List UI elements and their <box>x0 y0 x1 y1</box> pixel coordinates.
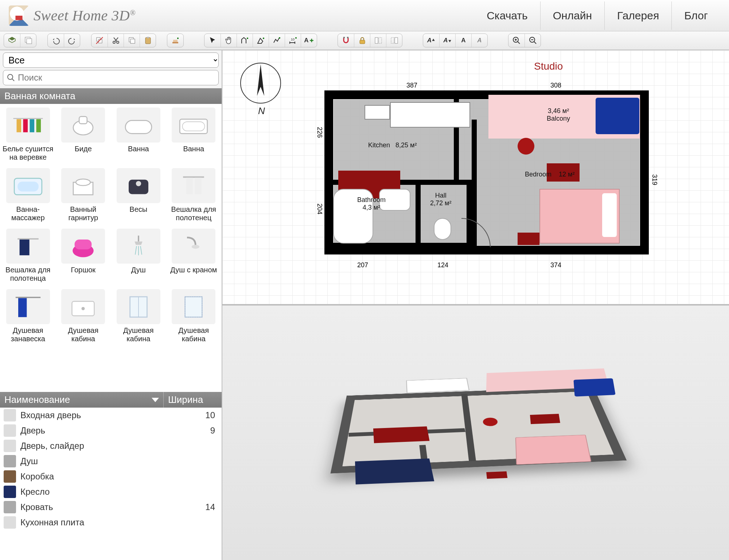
render-3d-view[interactable] <box>222 306 729 560</box>
furniture-header-name[interactable]: Наименование <box>0 392 163 408</box>
tool-text-bold[interactable]: A <box>455 34 471 47</box>
tool-paste[interactable] <box>140 34 156 47</box>
plan-view[interactable]: N Studio 387 308 226 204 319 207 124 374 <box>222 50 729 306</box>
tool-cut[interactable] <box>108 34 124 47</box>
catalog-item[interactable]: Весы <box>112 168 165 222</box>
catalog-item[interactable]: Вешалка для полотенец <box>167 168 221 222</box>
catalog-grid[interactable]: Белье сушится на веревкеБидеВаннаВаннаВа… <box>0 104 222 392</box>
furniture-row-name: Дверь, слайдер <box>20 441 192 451</box>
jacuzzi-icon <box>6 168 50 203</box>
catalog-item-label: Белье сушится на веревке <box>1 145 55 162</box>
potty-icon <box>61 229 105 264</box>
svg-rect-14 <box>360 40 365 44</box>
furniture-row[interactable]: Входная дверь10 <box>0 408 222 423</box>
catalog-section-title: Ванная комната <box>0 88 222 104</box>
nav-download[interactable]: Скачать <box>474 1 540 30</box>
catalog-item[interactable]: Душевая кабина <box>112 289 165 343</box>
tool-text-increase[interactable]: A <box>423 34 439 47</box>
rug-hall <box>518 233 539 245</box>
furniture-header-width[interactable]: Ширина <box>163 392 222 408</box>
tool-create-polyline[interactable] <box>269 34 285 47</box>
catalog-item[interactable]: Вешалка для полотенца <box>1 229 55 283</box>
tool-mode-3d[interactable] <box>20 34 36 47</box>
svg-point-53 <box>82 307 85 310</box>
svg-rect-24 <box>23 119 28 132</box>
furniture-row[interactable]: Кровать14 <box>0 499 222 515</box>
tool-create-room[interactable] <box>253 34 269 47</box>
bathtub2-icon <box>172 108 215 143</box>
tool-copy[interactable] <box>124 34 140 47</box>
shower1-icon <box>117 229 160 264</box>
svg-line-48 <box>140 246 142 254</box>
svg-line-46 <box>135 246 137 254</box>
clothesline-icon <box>6 108 50 143</box>
furniture-row[interactable]: Душ <box>0 454 222 469</box>
svg-rect-13 <box>347 37 348 38</box>
furniture-row[interactable]: Коробка <box>0 469 222 484</box>
plan-title: Studio <box>534 61 563 72</box>
furniture-row[interactable]: Дверь, слайдер <box>0 438 222 454</box>
catalog-item[interactable]: Ванный гарнитур <box>57 168 110 222</box>
tool-select[interactable] <box>204 34 221 47</box>
category-select-wrap: Все <box>3 52 219 68</box>
catalog-item[interactable]: Ванна <box>112 108 165 162</box>
catalog-item-label: Душевая кабина <box>167 326 221 343</box>
sort-desc-icon <box>152 398 159 402</box>
catalog-item[interactable]: Душ с краном <box>167 229 221 283</box>
towel-rack-icon <box>172 168 215 203</box>
svg-rect-9 <box>145 38 151 44</box>
furniture-row[interactable]: Кухонная плита <box>0 515 222 530</box>
catalog-item[interactable]: Душевая кабина <box>167 289 221 343</box>
tool-pan[interactable] <box>221 34 237 47</box>
tool-create-dimension[interactable]: 10 <box>285 34 301 47</box>
furniture-row[interactable]: Кресло <box>0 484 222 499</box>
category-select[interactable]: Все <box>3 52 219 68</box>
tool-add-furniture[interactable] <box>167 34 183 47</box>
svg-point-37 <box>136 181 141 186</box>
iso-model <box>312 338 640 528</box>
tool-undo[interactable] <box>48 34 64 47</box>
catalog-item[interactable]: Душ <box>112 229 165 283</box>
nav-online[interactable]: Онлайн <box>540 1 604 30</box>
tool-create-walls[interactable] <box>237 34 253 47</box>
svg-rect-15 <box>375 38 378 43</box>
nav-blog[interactable]: Блог <box>671 1 720 30</box>
tool-align-left[interactable] <box>370 34 386 47</box>
tool-align-right[interactable] <box>386 34 402 47</box>
shower-tray-icon <box>61 289 105 324</box>
tool-zoom-in[interactable] <box>508 34 525 47</box>
catalog-item-label: Ванный гарнитур <box>57 205 110 222</box>
tool-create-text[interactable]: A <box>301 34 317 47</box>
catalog-item[interactable]: Душевая кабина <box>57 289 110 343</box>
furniture-row-name: Кровать <box>20 502 192 512</box>
catalog-item[interactable]: Душевая занавеска <box>1 289 55 343</box>
vanity-icon <box>61 168 105 203</box>
search-input[interactable] <box>3 70 219 85</box>
catalog-item[interactable]: Ванна-массажер <box>1 168 55 222</box>
catalog-item[interactable]: Белье сушится на веревке <box>1 108 55 162</box>
catalog-item-label: Биде <box>57 145 110 161</box>
furniture-row[interactable]: Дверь9 <box>0 423 222 438</box>
catalog-item[interactable]: Горшок <box>57 229 110 283</box>
svg-rect-29 <box>125 120 152 133</box>
furniture-list[interactable]: Входная дверь10Дверь9Дверь, слайдерДушКо… <box>0 408 222 560</box>
tool-mode-2d[interactable] <box>4 34 20 47</box>
tool-text-decrease[interactable]: A <box>439 34 455 47</box>
catalog-item-label: Вешалка для полотенца <box>1 266 55 283</box>
tool-snap-magnet[interactable] <box>338 34 354 47</box>
tool-redo[interactable] <box>64 34 80 47</box>
label-balcony: 3,46 м²Balcony <box>547 107 570 122</box>
tool-text-italic[interactable]: A <box>471 34 487 47</box>
sidebar: Все Ванная комната Белье сушится на вере… <box>0 50 222 560</box>
furniture-row-icon <box>4 516 16 529</box>
tool-zoom-out[interactable] <box>525 34 541 47</box>
catalog-item[interactable]: Биде <box>57 108 110 162</box>
tool-delete[interactable] <box>91 34 108 47</box>
towel-rail-icon <box>6 229 50 264</box>
toilet <box>434 218 451 240</box>
catalog-item[interactable]: Ванна <box>167 108 221 162</box>
nav-gallery[interactable]: Галерея <box>604 1 671 30</box>
scale-icon <box>117 168 160 203</box>
kitchen-counter <box>390 102 470 128</box>
tool-lock[interactable] <box>354 34 370 47</box>
